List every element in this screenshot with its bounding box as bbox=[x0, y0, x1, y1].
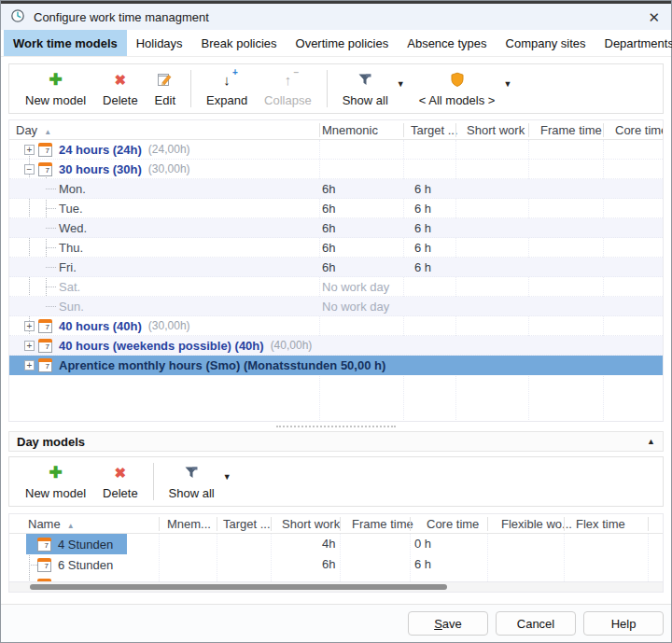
column-separator bbox=[603, 123, 604, 137]
funnel-icon bbox=[357, 71, 373, 88]
day-model-row[interactable]: 7 bbox=[9, 575, 663, 581]
collapse-button[interactable]: ↑– Collapse bbox=[256, 69, 320, 108]
work-time-table-body: +724 hours (24h)(24,00h)−730 hours (30h)… bbox=[9, 140, 663, 422]
dialog-configure-work-time: Configure work time managment ✕ Work tim… bbox=[0, 0, 672, 643]
tab-overtime-policies[interactable]: Overtime policies bbox=[287, 30, 399, 56]
column-separator bbox=[564, 517, 565, 531]
cancel-button[interactable]: Cancel bbox=[496, 611, 576, 636]
model-filter-chevron-down-icon[interactable]: ▼ bbox=[503, 79, 511, 89]
tab-break-policies[interactable]: Break policies bbox=[192, 30, 287, 56]
column-header-short-work[interactable]: Short work bbox=[467, 123, 525, 137]
expand-node-icon[interactable]: + bbox=[24, 360, 35, 370]
day-row[interactable]: Sat.No work day bbox=[9, 277, 663, 297]
expand-node-icon[interactable]: + bbox=[24, 341, 35, 351]
delete-label: Delete bbox=[103, 93, 138, 107]
column-separator bbox=[319, 123, 320, 137]
column-header-frame-time[interactable]: Frame time bbox=[352, 517, 413, 531]
show-all-label: Show all bbox=[169, 486, 215, 500]
day-models-table: Name▲Mnem...Target ...Short workFrame ti… bbox=[8, 513, 664, 593]
red-x-icon: ✖ bbox=[115, 464, 127, 481]
column-header-target[interactable]: Target ... bbox=[223, 517, 271, 531]
close-icon[interactable]: ✕ bbox=[648, 10, 660, 24]
day-models-table-header: Name▲Mnem...Target ...Short workFrame ti… bbox=[9, 514, 663, 534]
calendar-icon-top bbox=[37, 579, 51, 582]
day-models-toolbar: ✚ New model ✖ Delete Show all ▼ bbox=[8, 456, 664, 507]
window-title: Configure work time managment bbox=[34, 10, 209, 24]
collapse-node-icon[interactable]: − bbox=[24, 164, 35, 175]
day-row[interactable]: Mon.6h6 h bbox=[9, 179, 663, 199]
column-header-flex-time[interactable]: Flex time bbox=[576, 517, 625, 531]
target-hours-value: 6 h bbox=[414, 241, 431, 255]
column-separator bbox=[340, 517, 341, 531]
help-button[interactable]: Help bbox=[583, 611, 664, 636]
column-header-short-work[interactable]: Short work bbox=[282, 517, 340, 531]
day-model-row[interactable]: 74 Stunden4h0 h bbox=[9, 534, 663, 554]
work-time-model-row[interactable]: +740 hours (weekends possible) (40h)(40,… bbox=[9, 336, 663, 356]
column-header-target[interactable]: Target ... bbox=[411, 123, 458, 137]
calendar-7-icon: 7 bbox=[38, 339, 52, 353]
day-model-row[interactable]: 76 Stunden6h6 h bbox=[9, 554, 663, 575]
day-models-new-model-button[interactable]: ✚ New model bbox=[17, 462, 94, 501]
delete-button[interactable]: ✖ Delete bbox=[94, 69, 147, 108]
day-label: Sat. bbox=[59, 280, 80, 294]
work-time-model-row[interactable]: +7Aprentice monthly hours (Smo) (Monatss… bbox=[9, 356, 663, 375]
day-row[interactable]: Fri.6h6 h bbox=[9, 258, 663, 277]
day-label: Mon. bbox=[59, 182, 86, 196]
column-header-mnemonic[interactable]: Mnemonic bbox=[322, 123, 378, 137]
calendar-icon-body: 7 bbox=[38, 147, 52, 157]
model-name-label: 24 hours (24h) bbox=[59, 143, 142, 157]
column-header-core-time[interactable]: Core time bbox=[427, 517, 479, 531]
day-row[interactable]: Tue.6h6 h bbox=[9, 199, 663, 218]
tab-holidays[interactable]: Holidays bbox=[127, 30, 192, 56]
column-header-core-time[interactable]: Core time bbox=[615, 123, 664, 137]
day-models-delete-button[interactable]: ✖ Delete bbox=[94, 462, 147, 501]
day-row[interactable]: Wed.6h6 h bbox=[9, 218, 663, 238]
work-time-model-row[interactable]: −730 hours (30h)(30,00h) bbox=[9, 160, 663, 179]
splitter-grip-icon bbox=[276, 426, 396, 427]
calendar-7-icon: 7 bbox=[37, 558, 51, 572]
tab-absence-types[interactable]: Absence types bbox=[398, 30, 496, 56]
day-models-show-all-button[interactable]: Show all bbox=[161, 462, 223, 501]
column-separator bbox=[410, 517, 411, 531]
tree-branch-icon bbox=[29, 565, 37, 566]
column-header-day[interactable]: Day▲ bbox=[16, 123, 51, 137]
target-hours-value: 0 h bbox=[414, 537, 431, 551]
tab-work-time-models[interactable]: Work time models bbox=[4, 30, 127, 56]
work-time-model-row[interactable]: +740 hours (40h)(30,00h) bbox=[9, 316, 663, 336]
column-separator bbox=[528, 123, 529, 137]
expand-button[interactable]: ↓+ Expand bbox=[198, 69, 256, 108]
column-separator bbox=[487, 517, 488, 531]
day-models-collapse-chevron-up-icon[interactable]: ▲ bbox=[647, 437, 655, 446]
cancel-label: Cancel bbox=[517, 617, 554, 631]
expand-node-icon[interactable]: + bbox=[24, 145, 35, 155]
model-filter-button[interactable]: < All models > bbox=[411, 69, 504, 108]
day-models-show-all-chevron-down-icon[interactable]: ▼ bbox=[223, 472, 231, 482]
column-header-name[interactable]: Name▲ bbox=[28, 517, 75, 531]
column-separator bbox=[455, 123, 456, 137]
show-all-filter-button[interactable]: Show all bbox=[334, 69, 397, 108]
red-x-icon: ✖ bbox=[115, 71, 127, 88]
day-label: Fri. bbox=[59, 260, 77, 274]
model-name-label: Aprentice monthly hours (Smo) (Monatsstu… bbox=[59, 358, 385, 372]
expand-node-icon[interactable]: + bbox=[24, 321, 35, 331]
edit-button[interactable]: Edit bbox=[147, 69, 184, 108]
calendar-icon-body: 7 bbox=[37, 562, 51, 572]
mnemonic-value: 4h bbox=[322, 537, 335, 551]
show-all-chevron-down-icon[interactable]: ▼ bbox=[397, 79, 405, 89]
horizontal-scrollbar[interactable] bbox=[9, 581, 663, 592]
tab-departments[interactable]: Departments bbox=[595, 30, 672, 56]
day-label: Thu. bbox=[59, 241, 83, 255]
panel-splitter[interactable] bbox=[8, 422, 664, 431]
work-time-model-row[interactable]: +724 hours (24h)(24,00h) bbox=[9, 140, 663, 160]
column-header-frame-time[interactable]: Frame time bbox=[540, 123, 602, 137]
scrollbar-thumb[interactable] bbox=[30, 584, 447, 590]
save-button[interactable]: Save bbox=[408, 611, 488, 636]
day-row[interactable]: Thu.6h6 h bbox=[9, 238, 663, 258]
column-header-mnem[interactable]: Mnem... bbox=[167, 517, 211, 531]
delete-label: Delete bbox=[103, 486, 138, 500]
column-header-flexible-wo[interactable]: Flexible wo... bbox=[501, 517, 572, 531]
day-row[interactable]: Sun.No work day bbox=[9, 297, 663, 316]
tab-company-sites[interactable]: Company sites bbox=[497, 30, 595, 56]
new-model-button[interactable]: ✚ New model bbox=[17, 69, 94, 108]
dialog-footer: Save Cancel Help bbox=[1, 604, 671, 642]
